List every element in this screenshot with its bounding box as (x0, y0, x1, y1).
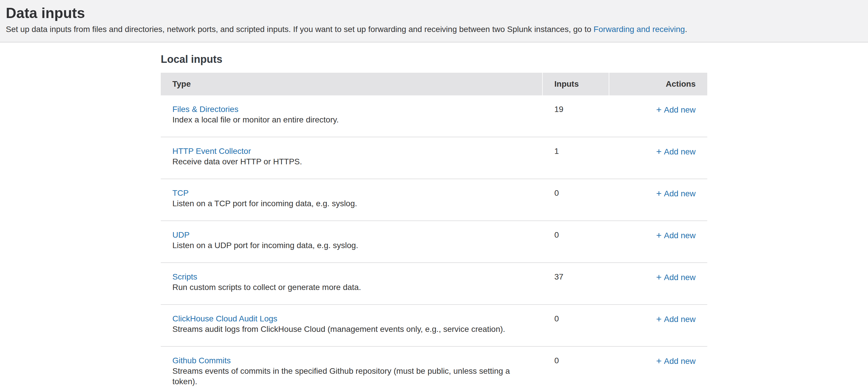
table-row-http-event-collector: HTTP Event Collector Receive data over H… (161, 137, 707, 179)
section-heading: Local inputs (161, 54, 707, 65)
add-new-label: Add new (664, 231, 695, 240)
table-row-github-commits: Github Commits Streams events of commits… (161, 347, 707, 388)
input-type-description: Listen on a TCP port for incoming data, … (173, 198, 531, 209)
page-subtitle-text: Set up data inputs from files and direct… (6, 25, 594, 34)
local-inputs-table: Type Inputs Actions Files & Directories … (161, 73, 707, 388)
input-count: 19 (543, 104, 609, 115)
table-row-tcp: TCP Listen on a TCP port for incoming da… (161, 179, 707, 221)
actions-cell: +Add new (609, 272, 707, 283)
input-count: 37 (543, 272, 609, 282)
input-type-description: Receive data over HTTP or HTTPS. (173, 156, 531, 167)
actions-cell: +Add new (609, 146, 707, 157)
table-row-clickhouse-cloud-audit-logs: ClickHouse Cloud Audit Logs Streams audi… (161, 305, 707, 347)
table-row-udp: UDP Listen on a UDP port for incoming da… (161, 221, 707, 263)
add-new-label: Add new (664, 147, 695, 156)
plus-icon: + (656, 188, 661, 199)
add-new-button[interactable]: +Add new (656, 189, 695, 198)
input-count: 0 (543, 188, 609, 198)
input-count: 0 (543, 230, 609, 240)
page-subtitle-suffix: . (685, 25, 687, 34)
column-header-type: Type (161, 73, 542, 95)
page-title: Data inputs (6, 5, 856, 22)
plus-icon: + (656, 356, 661, 366)
type-cell: Scripts Run custom scripts to collect or… (161, 272, 543, 293)
input-type-link[interactable]: Files & Directories (173, 104, 238, 115)
input-type-link[interactable]: HTTP Event Collector (173, 146, 251, 156)
column-header-inputs: Inputs (543, 73, 609, 95)
plus-icon: + (656, 146, 661, 157)
type-cell: TCP Listen on a TCP port for incoming da… (161, 188, 543, 209)
add-new-button[interactable]: +Add new (656, 357, 695, 366)
type-cell: UDP Listen on a UDP port for incoming da… (161, 230, 543, 251)
add-new-button[interactable]: +Add new (656, 147, 695, 156)
input-type-link[interactable]: Scripts (173, 272, 197, 282)
plus-icon: + (656, 314, 661, 324)
type-cell: Files & Directories Index a local file o… (161, 104, 543, 125)
input-type-link[interactable]: Github Commits (173, 355, 231, 366)
plus-icon: + (656, 105, 661, 115)
plus-icon: + (656, 272, 661, 282)
actions-cell: +Add new (609, 104, 707, 115)
plus-icon: + (656, 230, 661, 241)
forwarding-and-receiving-link[interactable]: Forwarding and receiving (594, 25, 685, 34)
input-type-link[interactable]: TCP (173, 188, 189, 198)
type-cell: ClickHouse Cloud Audit Logs Streams audi… (161, 314, 543, 334)
local-inputs-container: Local inputs Type Inputs Actions Files &… (161, 42, 707, 388)
input-type-link[interactable]: UDP (173, 230, 189, 240)
content-area: Local inputs Type Inputs Actions Files &… (0, 42, 868, 388)
table-header-row: Type Inputs Actions (161, 73, 707, 95)
type-cell: Github Commits Streams events of commits… (161, 355, 543, 387)
input-type-description: Streams events of commits in the specifi… (173, 366, 531, 387)
add-new-label: Add new (664, 315, 695, 324)
page-header: Data inputs Set up data inputs from file… (0, 0, 868, 42)
add-new-button[interactable]: +Add new (656, 231, 695, 240)
actions-cell: +Add new (609, 355, 707, 366)
table-row-scripts: Scripts Run custom scripts to collect or… (161, 263, 707, 305)
input-type-description: Streams audit logs from ClickHouse Cloud… (173, 324, 531, 334)
input-count: 0 (543, 314, 609, 324)
add-new-label: Add new (664, 357, 695, 366)
input-count: 1 (543, 146, 609, 156)
add-new-label: Add new (664, 189, 695, 198)
column-header-actions: Actions (609, 73, 707, 95)
add-new-button[interactable]: +Add new (656, 273, 695, 282)
add-new-label: Add new (664, 273, 695, 282)
add-new-button[interactable]: +Add new (656, 315, 695, 324)
input-type-link[interactable]: ClickHouse Cloud Audit Logs (173, 314, 277, 324)
add-new-label: Add new (664, 105, 695, 114)
table-row-files-directories: Files & Directories Index a local file o… (161, 95, 707, 137)
add-new-button[interactable]: +Add new (656, 105, 695, 114)
type-cell: HTTP Event Collector Receive data over H… (161, 146, 543, 167)
input-count: 0 (543, 355, 609, 366)
input-type-description: Run custom scripts to collect or generat… (173, 282, 531, 293)
actions-cell: +Add new (609, 188, 707, 199)
page-subtitle: Set up data inputs from files and direct… (6, 24, 856, 34)
actions-cell: +Add new (609, 314, 707, 325)
input-type-description: Listen on a UDP port for incoming data, … (173, 240, 531, 251)
input-type-description: Index a local file or monitor an entire … (173, 115, 531, 125)
actions-cell: +Add new (609, 230, 707, 241)
